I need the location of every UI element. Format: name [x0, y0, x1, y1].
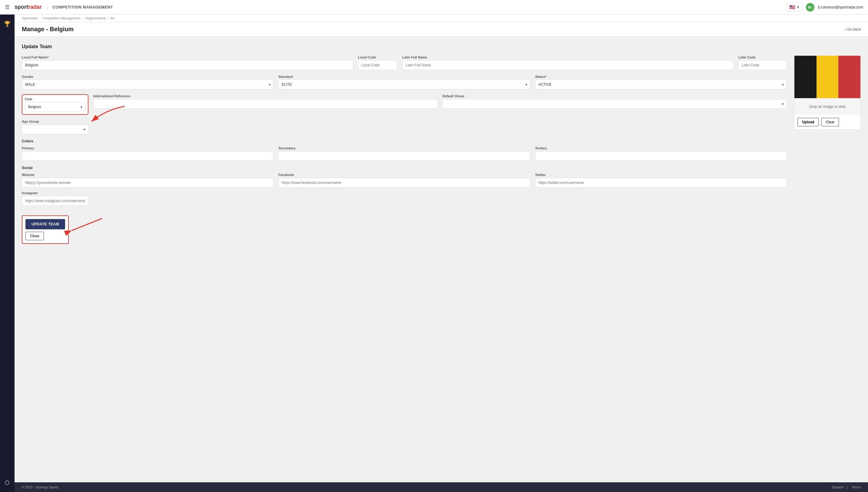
social-section: Social Website Facebook Twitter: [22, 166, 787, 206]
hamburger-menu[interactable]: ☰: [5, 4, 10, 10]
instagram-group: Instagram: [22, 191, 88, 206]
sidebar: 🏆 ⬡: [0, 15, 15, 492]
website-input[interactable]: [22, 178, 274, 188]
status-label: Status*: [535, 75, 787, 78]
upload-button[interactable]: Upload: [797, 118, 819, 126]
website-group: Website: [22, 173, 274, 188]
bottom-actions: UPDATE TEAM Close: [22, 215, 69, 244]
upload-actions: Upload Clear: [794, 115, 861, 129]
language-selector[interactable]: 🇺🇸 ▼: [787, 3, 802, 11]
color-row: Primary Secondary Tertiary: [22, 146, 787, 161]
secondary-color-group: Secondary: [278, 146, 530, 161]
local-full-name-input[interactable]: [22, 60, 353, 70]
terms-link[interactable]: Terms: [852, 485, 861, 489]
local-code-input[interactable]: [358, 60, 397, 70]
local-code-label: Local Code: [358, 55, 397, 59]
local-full-name-label: Local Full Name*: [22, 55, 353, 59]
twitter-input[interactable]: [535, 178, 787, 188]
latin-full-name-label: Latin Full Name: [402, 55, 734, 59]
primary-label: Primary: [22, 146, 274, 150]
breadcrumb-sep-1: ›: [40, 16, 41, 20]
logo: sportradar: [15, 4, 42, 10]
facebook-group: Facebook: [278, 173, 530, 188]
age-group-select-wrapper: ▼: [22, 124, 88, 134]
default-venue-select[interactable]: [442, 99, 787, 109]
form-main: Local Full Name* Local Code Latin Full N…: [22, 55, 787, 244]
flag-preview: [794, 56, 861, 98]
top-nav: ☰ sportradar | COMPETITION MANAGEMENT 🇺🇸…: [0, 0, 868, 15]
chevron-left-icon: ‹: [845, 27, 846, 31]
standard-select-wrapper: ELITE AMATEUR YOUTH ▼: [278, 80, 530, 89]
local-code-group: Local Code: [358, 55, 397, 70]
international-reference-group: International Reference: [93, 94, 438, 109]
default-venue-label: Default Venue: [442, 94, 787, 98]
support-link[interactable]: Support: [832, 485, 844, 489]
primary-color-group: Primary: [22, 146, 274, 161]
sidebar-trophy-icon[interactable]: 🏆: [1, 18, 13, 30]
page-title: Manage - Belgium: [22, 26, 74, 33]
social-row-1: Website Facebook Twitter: [22, 173, 787, 188]
image-upload-card: Drop an image or click Upload Clear: [794, 55, 861, 130]
user-avatar: BC: [806, 3, 814, 11]
club-select-wrapper: Belgium Other ▼: [25, 102, 85, 112]
breadcrumb-sportradar[interactable]: Sportradar: [22, 16, 37, 20]
tertiary-label: Tertiary: [535, 146, 787, 150]
form-row-3: Club Belgium Other ▼: [22, 94, 787, 115]
section-title: Update Team: [22, 44, 861, 49]
page-header: Manage - Belgium ‹ Go back: [15, 22, 868, 36]
age-group-select[interactable]: [22, 124, 88, 134]
chevron-down-icon: ▼: [796, 5, 799, 9]
website-label: Website: [22, 173, 274, 177]
standard-group: Standard ELITE AMATEUR YOUTH ▼: [278, 75, 530, 89]
latin-code-label: Latin Code: [738, 55, 787, 59]
latin-full-name-input[interactable]: [402, 60, 734, 70]
status-group: Status* ACTIVE INACTIVE ▼: [535, 75, 787, 89]
breadcrumb-organisations[interactable]: Organisations: [85, 16, 106, 20]
gender-select[interactable]: MALE FEMALE: [22, 80, 274, 89]
drop-zone[interactable]: Drop an image or click: [794, 98, 861, 115]
default-venue-group: Default Venue ▼: [442, 94, 787, 109]
breadcrumb-all[interactable]: All: [110, 16, 114, 20]
social-label: Social: [22, 166, 787, 170]
nav-right: 🇺🇸 ▼ BC b.cameron@sportradar.com: [787, 3, 863, 11]
clear-button[interactable]: Clear: [821, 118, 839, 126]
breadcrumb: Sportradar › Competition Management › Or…: [15, 15, 868, 22]
user-email: b.cameron@sportradar.com: [818, 5, 863, 9]
standard-select[interactable]: ELITE AMATEUR YOUTH: [278, 80, 530, 89]
breadcrumb-competition[interactable]: Competition Management: [43, 16, 81, 20]
instagram-input[interactable]: [22, 196, 88, 206]
secondary-label: Secondary: [278, 146, 530, 150]
social-row-2: Instagram: [22, 191, 787, 206]
club-highlight-box: Club Belgium Other ▼: [22, 94, 88, 115]
status-select-wrapper: ACTIVE INACTIVE ▼: [535, 80, 787, 89]
age-group-label: Age Group: [22, 120, 88, 123]
drop-zone-text: Drop an image or click: [809, 104, 845, 109]
primary-color-input[interactable]: [22, 151, 274, 161]
twitter-group: Twitter: [535, 173, 787, 188]
logo-text: sportradar: [15, 4, 42, 10]
sidebar-logout-icon[interactable]: ⬡: [2, 477, 12, 488]
flag-black-stripe: [794, 56, 817, 98]
latin-code-input[interactable]: [738, 60, 787, 70]
tertiary-color-input[interactable]: [535, 151, 787, 161]
international-reference-input[interactable]: [93, 99, 438, 109]
breadcrumb-sep-2: ›: [82, 16, 83, 20]
go-back-link[interactable]: ‹ Go back: [845, 27, 861, 31]
facebook-input[interactable]: [278, 178, 530, 188]
update-team-button[interactable]: UPDATE TEAM: [25, 219, 65, 229]
international-reference-label: International Reference: [93, 94, 438, 98]
breadcrumb-sep-3: ›: [107, 16, 109, 20]
club-select[interactable]: Belgium Other: [25, 102, 85, 112]
status-select[interactable]: ACTIVE INACTIVE: [535, 80, 787, 89]
main-container: Sportradar › Competition Management › Or…: [15, 15, 868, 492]
secondary-color-input[interactable]: [278, 151, 530, 161]
club-highlight-wrapper: Club Belgium Other ▼: [22, 94, 88, 115]
tertiary-color-group: Tertiary: [535, 146, 787, 161]
twitter-label: Twitter: [535, 173, 787, 177]
content-area: Update Team Local Full Name* Local Code …: [15, 36, 868, 482]
close-button[interactable]: Close: [25, 232, 44, 240]
annotation-arrow-2: [69, 215, 105, 233]
gender-label: Gender: [22, 75, 274, 78]
footer: © 2023 - Synergy Sports Support | Terms: [15, 482, 868, 492]
nav-title: COMPETITION MANAGEMENT: [52, 5, 113, 9]
